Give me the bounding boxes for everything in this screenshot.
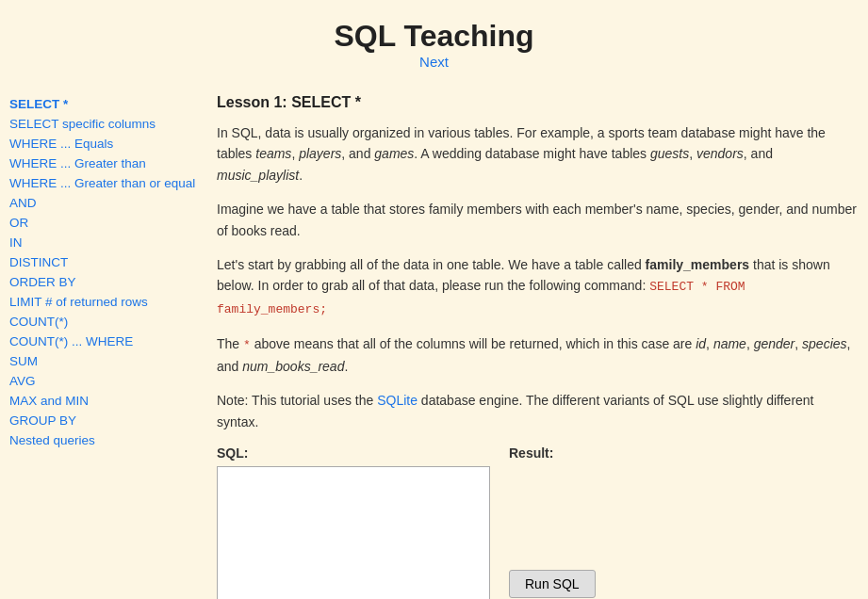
sidebar-item-10[interactable]: LIMIT # of returned rows	[9, 292, 198, 312]
para4-text7: .	[344, 359, 348, 374]
sidebar-item-17[interactable]: Nested queries	[9, 430, 198, 450]
para1-italic6: music_playlist	[217, 168, 299, 183]
para4-italic3: gender	[754, 336, 795, 351]
lesson-para-2: Imagine we have a table that stores fami…	[217, 199, 859, 241]
sidebar-item-7[interactable]: IN	[9, 233, 198, 252]
next-link[interactable]: Next	[0, 54, 868, 70]
para4-text3: ,	[706, 336, 713, 351]
sidebar-item-16[interactable]: GROUP BY	[9, 411, 198, 430]
para4-text4: ,	[746, 336, 754, 351]
sidebar-item-5[interactable]: AND	[9, 193, 198, 213]
lesson-para-1: In SQL, data is usually organized in var…	[217, 122, 859, 186]
para4-text5: ,	[794, 336, 802, 351]
result-area: Result: Run SQL	[509, 445, 596, 598]
sql-input[interactable]	[217, 466, 490, 599]
sidebar-item-15[interactable]: MAX and MIN	[9, 391, 198, 411]
para1-text2: ,	[291, 146, 299, 161]
para5-text1: Note: This tutorial uses the	[217, 393, 377, 408]
sidebar-item-8[interactable]: DISTINCT	[9, 252, 198, 272]
para1-text3: , and	[341, 146, 374, 161]
lesson-para-3: Let's start by grabbing all of the data …	[217, 254, 859, 320]
para4-italic1: id	[696, 336, 706, 351]
para4-italic5: num_books_read	[242, 359, 344, 374]
sidebar-item-14[interactable]: AVG	[9, 371, 198, 391]
para4-text2: above means that all of the columns will…	[251, 336, 696, 351]
sidebar-item-13[interactable]: SUM	[9, 351, 198, 371]
para1-italic4: guests	[650, 146, 689, 161]
sql-label-area: SQL:	[217, 445, 490, 599]
sidebar-item-1[interactable]: SELECT specific columns	[9, 114, 198, 134]
sql-label: SQL:	[217, 445, 490, 461]
page-title: SQL Teaching	[0, 19, 868, 54]
page-header: SQL Teaching Next	[0, 0, 868, 94]
sidebar-item-6[interactable]: OR	[9, 213, 198, 233]
sqlite-link[interactable]: SQLite	[377, 393, 418, 408]
lesson-para-4: The * above means that all of the column…	[217, 333, 859, 377]
content-area: Lesson 1: SELECT * In SQL, data is usual…	[207, 94, 859, 599]
para1-text5: ,	[689, 146, 696, 161]
sidebar-item-2[interactable]: WHERE ... Equals	[9, 134, 198, 154]
lesson-title: Lesson 1: SELECT *	[217, 94, 859, 111]
para4-code: *	[243, 338, 251, 352]
run-sql-button[interactable]: Run SQL	[509, 570, 596, 598]
para1-italic2: players	[299, 146, 341, 161]
sidebar-item-3[interactable]: WHERE ... Greater than	[9, 154, 198, 173]
sidebar-item-9[interactable]: ORDER BY	[9, 272, 198, 292]
para1-italic1: teams	[255, 146, 291, 161]
para4-text1: The	[217, 336, 243, 351]
sidebar-item-11[interactable]: COUNT(*)	[9, 312, 198, 332]
main-layout: SELECT *SELECT specific columnsWHERE ...…	[0, 94, 868, 599]
para3-text1: Let's start by grabbing all of the data …	[217, 257, 646, 272]
para1-italic3: games	[374, 146, 414, 161]
para1-italic5: vendors	[696, 146, 744, 161]
para1-text7: .	[299, 168, 303, 183]
para1-text4: . A wedding database might have tables	[414, 146, 650, 161]
para3-bold: family_members	[646, 257, 750, 272]
sql-section: SQL: Result: Run SQL	[217, 445, 859, 599]
lesson-para-5: Note: This tutorial uses the SQLite data…	[217, 390, 859, 432]
para2-text1: Imagine we have a table that stores fami…	[217, 202, 857, 237]
sidebar: SELECT *SELECT specific columnsWHERE ...…	[9, 94, 207, 599]
sidebar-item-12[interactable]: COUNT(*) ... WHERE	[9, 332, 198, 351]
para1-text6: , and	[744, 146, 773, 161]
result-label: Result:	[509, 445, 553, 461]
sidebar-item-4[interactable]: WHERE ... Greater than or equal	[9, 173, 198, 193]
para4-italic2: name	[713, 336, 746, 351]
para4-italic4: species	[802, 336, 846, 351]
sidebar-item-0[interactable]: SELECT *	[9, 94, 198, 114]
